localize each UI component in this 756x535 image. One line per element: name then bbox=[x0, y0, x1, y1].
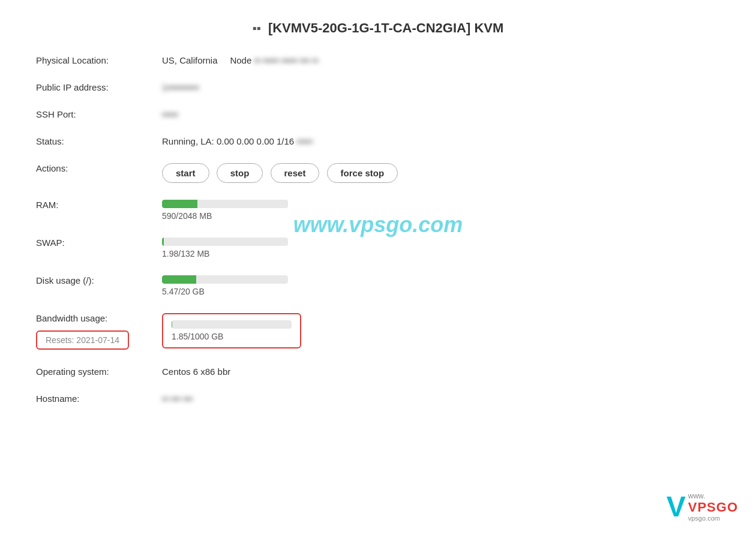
bandwidth-progress-label: 1.85/1000 GB bbox=[172, 332, 292, 341]
row-physical-location: Physical Location: US, California Node ▪… bbox=[24, 47, 732, 74]
bandwidth-label: Bandwidth usage: Resets: 2021-07-14 bbox=[24, 305, 156, 358]
hostname-value: ▪▪ ▪▪▪ ▪▪▪ bbox=[156, 385, 732, 412]
ram-label: RAM: bbox=[24, 191, 156, 229]
vpsgo-v-letter: V bbox=[667, 492, 686, 521]
vpsgo-brand: VPSGO bbox=[688, 500, 738, 515]
row-public-ip: Public IP address: 1▪▪▪▪▪▪▪▪▪▪ bbox=[24, 74, 732, 101]
hostname-blurred: ▪▪ ▪▪▪ ▪▪▪ bbox=[162, 393, 193, 404]
server-icon: ▪▪ bbox=[253, 22, 261, 35]
row-os: Operating system: Centos 6 x86 bbr bbox=[24, 358, 732, 385]
row-disk: Disk usage (/): 5.47/20 GB bbox=[24, 267, 732, 305]
swap-progress-container: 1.98/132 MB bbox=[162, 238, 288, 259]
status-label: Status: bbox=[24, 128, 156, 155]
os-label: Operating system: bbox=[24, 358, 156, 385]
ram-progress-bar-outer bbox=[162, 200, 288, 208]
vpsgo-text-block: www. VPSGO vpsgo.com bbox=[688, 492, 738, 522]
swap-progress-bar-outer bbox=[162, 238, 288, 246]
row-ssh-port: SSH Port: ▪▪▪▪▪ bbox=[24, 101, 732, 128]
start-button[interactable]: start bbox=[162, 163, 209, 183]
actions-label: Actions: bbox=[24, 155, 156, 191]
ram-progress-container: 590/2048 MB bbox=[162, 200, 288, 221]
actions-value: start stop reset force stop bbox=[156, 155, 732, 191]
row-ram: RAM: 590/2048 MB bbox=[24, 191, 732, 229]
disk-progress-bar-inner bbox=[162, 275, 196, 284]
stop-button[interactable]: stop bbox=[217, 163, 263, 183]
disk-value: 5.47/20 GB bbox=[156, 267, 732, 305]
ram-progress-label: 590/2048 MB bbox=[162, 211, 288, 221]
os-value: Centos 6 x86 bbr bbox=[156, 358, 732, 385]
disk-progress-bar-outer bbox=[162, 275, 288, 284]
vpsgo-url: vpsgo.com bbox=[688, 515, 738, 522]
disk-progress-label: 5.47/20 GB bbox=[162, 287, 288, 296]
resets-box: Resets: 2021-07-14 bbox=[36, 330, 129, 350]
row-hostname: Hostname: ▪▪ ▪▪▪ ▪▪▪ bbox=[24, 385, 732, 412]
swap-progress-label: 1.98/132 MB bbox=[162, 249, 288, 259]
page-title: ▪▪ [KVMV5-20G-1G-1T-CA-CN2GIA] KVM bbox=[24, 12, 732, 47]
ip-blurred: 1▪▪▪▪▪▪▪▪▪▪ bbox=[162, 82, 199, 92]
disk-label: Disk usage (/): bbox=[24, 267, 156, 305]
vpsgo-prefix: www. bbox=[688, 492, 738, 500]
ram-value: 590/2048 MB bbox=[156, 191, 732, 229]
swap-value: 1.98/132 MB bbox=[156, 229, 732, 267]
ram-progress-bar-inner bbox=[162, 200, 197, 208]
ssh-port-value: ▪▪▪▪▪ bbox=[156, 101, 732, 128]
row-swap: SWAP: 1.98/132 MB bbox=[24, 229, 732, 267]
disk-progress-container: 5.47/20 GB bbox=[162, 275, 288, 296]
bandwidth-value: 1.85/1000 GB bbox=[156, 305, 732, 358]
ssh-blurred: ▪▪▪▪▪ bbox=[162, 109, 178, 119]
swap-progress-bar-inner bbox=[162, 238, 164, 246]
row-status: Status: Running, LA: 0.00 0.00 0.00 1/16… bbox=[24, 128, 732, 155]
location-text: US, California bbox=[162, 55, 218, 65]
physical-location-value: US, California Node ▪▪ ▪▪▪▪▪ ▪▪▪▪▪ ▪▪▪ ▪… bbox=[156, 47, 732, 74]
info-table: Physical Location: US, California Node ▪… bbox=[24, 47, 732, 412]
hostname-label: Hostname: bbox=[24, 385, 156, 412]
bandwidth-label-text: Bandwidth usage: bbox=[36, 313, 150, 323]
ssh-port-label: SSH Port: bbox=[24, 101, 156, 128]
status-value: Running, LA: 0.00 0.00 0.00 1/16 ▪▪▪▪▪ bbox=[156, 128, 732, 155]
public-ip-value: 1▪▪▪▪▪▪▪▪▪▪ bbox=[156, 74, 732, 101]
row-actions: Actions: start stop reset force stop bbox=[24, 155, 732, 191]
public-ip-label: Public IP address: bbox=[24, 74, 156, 101]
physical-location-label: Physical Location: bbox=[24, 47, 156, 74]
force-stop-button[interactable]: force stop bbox=[327, 163, 398, 183]
vpsgo-logo: V www. VPSGO vpsgo.com bbox=[667, 492, 738, 522]
status-blurred: ▪▪▪▪▪ bbox=[296, 136, 313, 146]
main-container: ▪▪ [KVMV5-20G-1G-1T-CA-CN2GIA] KVM www.v… bbox=[0, 0, 756, 535]
status-text: Running, LA: 0.00 0.00 0.00 1/16 bbox=[162, 136, 294, 146]
reset-button[interactable]: reset bbox=[271, 163, 320, 183]
node-text: Node bbox=[230, 55, 251, 65]
row-bandwidth: Bandwidth usage: Resets: 2021-07-14 1.85… bbox=[24, 305, 732, 358]
bandwidth-progress-bar-outer bbox=[172, 320, 292, 329]
swap-label: SWAP: bbox=[24, 229, 156, 267]
bandwidth-box: 1.85/1000 GB bbox=[162, 313, 301, 348]
node-blurred: ▪▪ ▪▪▪▪▪ ▪▪▪▪▪ ▪▪▪ ▪▪ bbox=[254, 55, 318, 65]
title-text: [KVMV5-20G-1G-1T-CA-CN2GIA] KVM bbox=[268, 20, 503, 36]
